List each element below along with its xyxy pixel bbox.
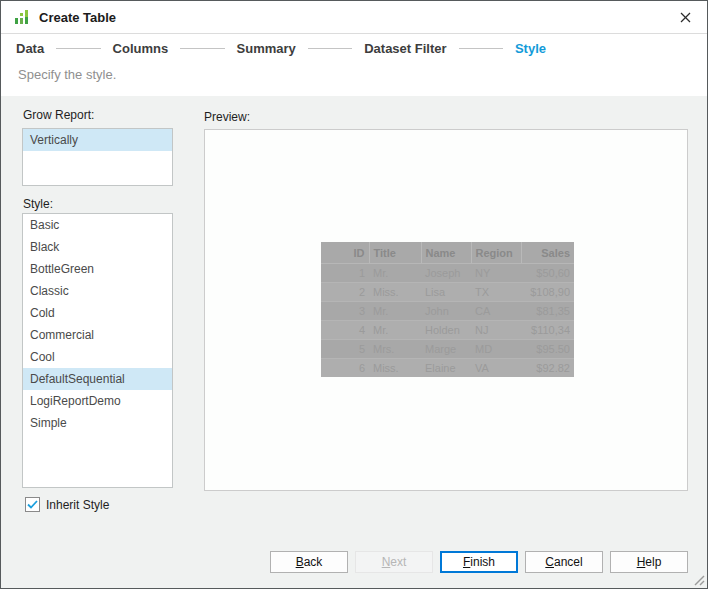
inherit-style-checkbox[interactable] bbox=[25, 497, 40, 512]
preview-cell: 3 bbox=[321, 302, 369, 321]
preview-label: Preview: bbox=[204, 110, 250, 124]
list-option-bottlegreen[interactable]: BottleGreen bbox=[23, 258, 172, 280]
preview-table-row: 4Mr.HoldenNJ$110,34 bbox=[321, 321, 574, 340]
preview-table-row: 3Mr.JohnCA$81,35 bbox=[321, 302, 574, 321]
preview-cell: $50,60 bbox=[521, 264, 574, 283]
preview-cell: CA bbox=[471, 302, 521, 321]
wizard-steps: Data Columns Summary Dataset Filter Styl… bbox=[16, 41, 546, 56]
wizard-header: Data Columns Summary Dataset Filter Styl… bbox=[1, 34, 707, 97]
preview-col-region: Region bbox=[471, 242, 521, 264]
step-connector bbox=[180, 48, 224, 49]
next-button-rest: ext bbox=[390, 555, 406, 569]
preview-cell: MD bbox=[471, 340, 521, 359]
list-option-simple[interactable]: Simple bbox=[23, 412, 172, 434]
preview-cell: 1 bbox=[321, 264, 369, 283]
step-dataset-filter[interactable]: Dataset Filter bbox=[364, 41, 446, 56]
preview-cell: Marge bbox=[421, 340, 471, 359]
list-option-vertically[interactable]: Vertically bbox=[23, 129, 172, 151]
step-style[interactable]: Style bbox=[515, 41, 546, 56]
step-connector bbox=[308, 48, 352, 49]
preview-table-row: 1Mr.JosephNY$50,60 bbox=[321, 264, 574, 283]
step-data[interactable]: Data bbox=[16, 41, 44, 56]
cancel-button-rest: ancel bbox=[554, 555, 583, 569]
help-button[interactable]: Help bbox=[610, 551, 688, 573]
preview-cell: Lisa bbox=[421, 283, 471, 302]
cancel-button[interactable]: Cancel bbox=[525, 551, 603, 573]
preview-cell: NY bbox=[471, 264, 521, 283]
style-label: Style: bbox=[23, 197, 53, 211]
preview-cell: Holden bbox=[421, 321, 471, 340]
list-option-logireportdemo[interactable]: LogiReportDemo bbox=[23, 390, 172, 412]
preview-cell: 5 bbox=[321, 340, 369, 359]
back-button-accel: B bbox=[296, 555, 304, 569]
window-title: Create Table bbox=[39, 10, 116, 25]
step-connector bbox=[459, 48, 503, 49]
preview-cell: $81,35 bbox=[521, 302, 574, 321]
finish-button[interactable]: Finish bbox=[440, 551, 518, 573]
inherit-style-label: Inherit Style bbox=[46, 498, 109, 512]
wizard-subtitle: Specify the style. bbox=[18, 67, 116, 82]
preview-table: IDTitleNameRegionSales 1Mr.JosephNY$50,6… bbox=[321, 242, 574, 377]
preview-cell: Miss. bbox=[369, 359, 421, 378]
list-option-cold[interactable]: Cold bbox=[23, 302, 172, 324]
preview-col-id: ID bbox=[321, 242, 369, 264]
preview-cell: TX bbox=[471, 283, 521, 302]
preview-cell: Miss. bbox=[369, 283, 421, 302]
preview-cell: Mr. bbox=[369, 302, 421, 321]
preview-cell: Mr. bbox=[369, 321, 421, 340]
preview-table-row: 2Miss.LisaTX$108,90 bbox=[321, 283, 574, 302]
finish-button-accel: F bbox=[463, 555, 470, 569]
step-summary[interactable]: Summary bbox=[237, 41, 296, 56]
button-row: Back Next Finish Cancel Help bbox=[270, 551, 688, 573]
list-option-defaultsequential[interactable]: DefaultSequential bbox=[23, 368, 172, 390]
preview-cell: $110,34 bbox=[521, 321, 574, 340]
preview-cell: John bbox=[421, 302, 471, 321]
preview-panel: IDTitleNameRegionSales 1Mr.JosephNY$50,6… bbox=[204, 129, 688, 491]
next-button-accel: N bbox=[382, 555, 391, 569]
style-listbox[interactable]: BasicBlackBottleGreenClassicColdCommerci… bbox=[22, 213, 173, 488]
preview-col-sales: Sales bbox=[521, 242, 574, 264]
cancel-button-accel: C bbox=[545, 555, 554, 569]
list-option-commercial[interactable]: Commercial bbox=[23, 324, 172, 346]
preview-col-title: Title bbox=[369, 242, 421, 264]
preview-cell: $92.82 bbox=[521, 359, 574, 378]
grow-report-label: Grow Report: bbox=[23, 108, 94, 122]
resize-grip-icon[interactable] bbox=[691, 572, 705, 586]
list-option-classic[interactable]: Classic bbox=[23, 280, 172, 302]
step-connector bbox=[56, 48, 100, 49]
next-button[interactable]: Next bbox=[355, 551, 433, 573]
preview-cell: 2 bbox=[321, 283, 369, 302]
preview-cell: NJ bbox=[471, 321, 521, 340]
checkmark-icon bbox=[27, 500, 38, 509]
list-option-cool[interactable]: Cool bbox=[23, 346, 172, 368]
preview-table-header-row: IDTitleNameRegionSales bbox=[321, 242, 574, 264]
finish-button-rest: inish bbox=[470, 555, 495, 569]
preview-cell: Elaine bbox=[421, 359, 471, 378]
preview-cell: Joseph bbox=[421, 264, 471, 283]
preview-cell: $95.50 bbox=[521, 340, 574, 359]
help-button-rest: elp bbox=[645, 555, 661, 569]
preview-cell: 6 bbox=[321, 359, 369, 378]
grow-report-listbox[interactable]: Vertically bbox=[22, 128, 173, 186]
create-table-dialog: Create Table Data Columns Summary Datase… bbox=[0, 0, 708, 589]
back-button-rest: ack bbox=[304, 555, 323, 569]
inherit-style-row: Inherit Style bbox=[25, 497, 109, 512]
help-button-accel: H bbox=[637, 555, 646, 569]
preview-cell: Mr. bbox=[369, 264, 421, 283]
title-bar: Create Table bbox=[1, 1, 707, 34]
preview-table-row: 5Mrs.MargeMD$95.50 bbox=[321, 340, 574, 359]
step-columns[interactable]: Columns bbox=[113, 41, 169, 56]
preview-table-body: 1Mr.JosephNY$50,602Miss.LisaTX$108,903Mr… bbox=[321, 264, 574, 378]
preview-cell: Mrs. bbox=[369, 340, 421, 359]
close-button[interactable] bbox=[671, 5, 699, 29]
preview-cell: $108,90 bbox=[521, 283, 574, 302]
close-icon bbox=[680, 12, 691, 23]
preview-cell: 4 bbox=[321, 321, 369, 340]
list-option-black[interactable]: Black bbox=[23, 236, 172, 258]
main-area: Grow Report: Vertically Style: BasicBlac… bbox=[1, 96, 707, 588]
list-option-basic[interactable]: Basic bbox=[23, 214, 172, 236]
chart-bars-icon bbox=[14, 9, 30, 25]
preview-cell: VA bbox=[471, 359, 521, 378]
back-button[interactable]: Back bbox=[270, 551, 348, 573]
preview-table-row: 6Miss.ElaineVA$92.82 bbox=[321, 359, 574, 378]
